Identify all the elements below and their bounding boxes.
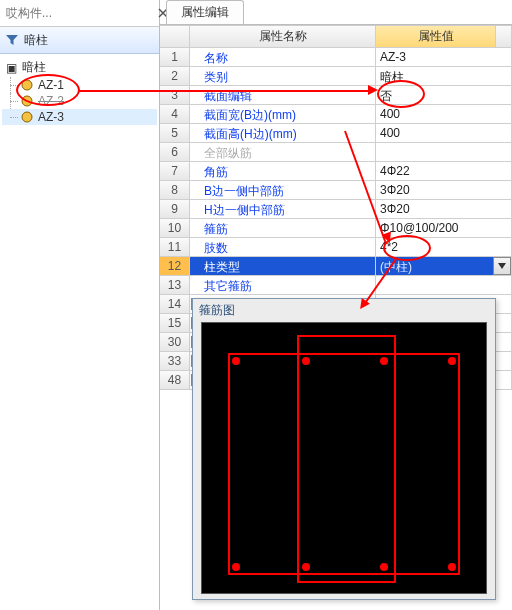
property-value[interactable]: 4*2 [376, 238, 512, 257]
table-row[interactable]: 1名称AZ-3 [160, 48, 512, 67]
property-name: 截面高(H边)(mm) [190, 124, 376, 143]
property-value[interactable]: AZ-3 [376, 48, 512, 67]
filter-label: 暗柱 [24, 32, 48, 49]
table-row[interactable]: 2类别暗柱 [160, 67, 512, 86]
table-row[interactable]: 10箍筋Φ10@100/200 [160, 219, 512, 238]
svg-point-1 [22, 96, 32, 106]
row-index: 11 [160, 238, 190, 257]
row-index: 2 [160, 67, 190, 86]
tree-item-label: AZ-2 [38, 94, 64, 108]
search-input[interactable] [4, 5, 158, 21]
table-row[interactable]: 11肢数4*2 [160, 238, 512, 257]
table-row[interactable]: 12柱类型(中柱) [160, 257, 512, 276]
row-index: 15 [160, 314, 190, 333]
property-value[interactable]: 3Φ20 [376, 200, 512, 219]
property-value[interactable]: Φ10@100/200 [376, 219, 512, 238]
tree-item-az3[interactable]: AZ-3 [2, 109, 157, 125]
row-index: 3 [160, 86, 190, 105]
tree-item-label: AZ-1 [38, 78, 64, 92]
property-value[interactable]: (中柱) [376, 257, 512, 276]
property-name: 截面宽(B边)(mm) [190, 105, 376, 124]
table-row[interactable]: 4截面宽(B边)(mm)400 [160, 105, 512, 124]
tree-root[interactable]: ▣ 暗柱 [2, 58, 157, 77]
grid-header-index [160, 26, 190, 48]
property-name: 名称 [190, 48, 376, 67]
row-index: 14 [160, 295, 190, 314]
stirrup-diagram-title: 箍筋图 [193, 299, 495, 322]
row-index: 8 [160, 181, 190, 200]
property-name: H边一侧中部筋 [190, 200, 376, 219]
property-name: 全部纵筋 [190, 143, 376, 162]
row-index: 6 [160, 143, 190, 162]
property-name: 截面编辑 [190, 86, 376, 105]
row-index: 13 [160, 276, 190, 295]
tree-item-az2[interactable]: AZ-2 [2, 93, 157, 109]
property-name: 类别 [190, 67, 376, 86]
row-index: 4 [160, 105, 190, 124]
property-value[interactable] [376, 276, 512, 295]
folder-icon: ▣ [4, 61, 18, 75]
row-index: 7 [160, 162, 190, 181]
tree-item-az1[interactable]: AZ-1 [2, 77, 157, 93]
filter-row[interactable]: 暗柱 [0, 27, 159, 54]
stirrup-diagram [201, 322, 487, 594]
table-row[interactable]: 8B边一侧中部筋3Φ20 [160, 181, 512, 200]
filter-icon [4, 32, 20, 48]
gear-icon [20, 78, 34, 92]
tree-item-label: AZ-3 [38, 110, 64, 124]
property-name: 箍筋 [190, 219, 376, 238]
table-row[interactable]: 3截面编辑否 [160, 86, 512, 105]
stirrup-diagram-panel: 箍筋图 [192, 298, 496, 600]
property-value[interactable]: 4Φ22 [376, 162, 512, 181]
property-value[interactable]: 3Φ20 [376, 181, 512, 200]
grid-header-spacer [496, 26, 512, 48]
property-name: 角筋 [190, 162, 376, 181]
property-value[interactable]: 400 [376, 105, 512, 124]
property-value[interactable]: 暗柱 [376, 67, 512, 86]
property-value[interactable]: 否 [376, 86, 512, 105]
row-index: 30 [160, 333, 190, 352]
property-value[interactable] [376, 143, 512, 162]
table-row[interactable]: 13其它箍筋 [160, 276, 512, 295]
dropdown-button[interactable] [493, 257, 511, 275]
table-row[interactable]: 7角筋4Φ22 [160, 162, 512, 181]
grid-header-name: 属性名称 [190, 26, 376, 48]
component-tree: ▣ 暗柱 AZ-1 AZ-2 [0, 54, 159, 610]
row-index: 1 [160, 48, 190, 67]
svg-point-2 [22, 112, 32, 122]
property-name: B边一侧中部筋 [190, 181, 376, 200]
row-index: 9 [160, 200, 190, 219]
row-index: 10 [160, 219, 190, 238]
property-name: 肢数 [190, 238, 376, 257]
gear-icon [20, 94, 34, 108]
row-index: 12 [160, 257, 190, 276]
row-index: 33 [160, 352, 190, 371]
table-row[interactable]: 5截面高(H边)(mm)400 [160, 124, 512, 143]
row-index: 5 [160, 124, 190, 143]
property-name: 柱类型 [190, 257, 376, 276]
table-row[interactable]: 9H边一侧中部筋3Φ20 [160, 200, 512, 219]
property-value[interactable]: 400 [376, 124, 512, 143]
gear-icon [20, 110, 34, 124]
table-row[interactable]: 6全部纵筋 [160, 143, 512, 162]
svg-point-0 [22, 80, 32, 90]
property-name: 其它箍筋 [190, 276, 376, 295]
row-index: 48 [160, 371, 190, 390]
tab-property-edit[interactable]: 属性编辑 [166, 0, 244, 24]
grid-header-value: 属性值 [376, 26, 496, 48]
tree-root-label: 暗柱 [22, 59, 46, 76]
